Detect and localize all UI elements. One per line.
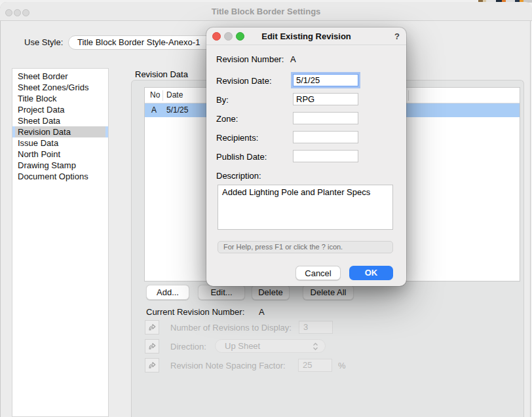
spacing-factor-field[interactable]: 25: [298, 359, 332, 372]
window-titlebar: Title Block Border Settings: [0, 2, 532, 21]
sidebar-item-sheet-border[interactable]: Sheet Border: [12, 71, 108, 82]
use-style-dropdown[interactable]: Title Block Border Style-Anexo-1: [68, 35, 218, 50]
column-divider: [408, 90, 409, 101]
edit-existing-revision-dialog: Edit Existing Revision ? Revision Number…: [206, 27, 406, 286]
sidebar-item-drawing-stamp[interactable]: Drawing Stamp: [12, 160, 108, 171]
publish-date-input[interactable]: [293, 150, 358, 162]
edit-button[interactable]: Edit...: [198, 285, 245, 300]
dialog-title: Edit Existing Revision: [206, 31, 406, 41]
column-header-no[interactable]: No: [150, 90, 160, 100]
sidebar-item-revision-data[interactable]: Revision Data: [12, 126, 108, 137]
link-toggle-button[interactable]: [145, 339, 159, 354]
description-label: Description:: [216, 171, 261, 181]
transfer-arrow-icon: [147, 323, 157, 332]
spacing-factor-suffix: %: [338, 361, 346, 371]
cell-revision-date: 5/1/25: [166, 105, 188, 115]
by-input[interactable]: [293, 93, 358, 105]
use-style-value: Title Block Border Style-Anexo-1: [77, 37, 200, 47]
recipients-label: Recipients:: [216, 133, 258, 143]
revisions-to-display-label: Number of Revisions to Display:: [170, 323, 292, 333]
help-status-bar: For Help, press F1 or click the ? icon.: [218, 241, 393, 253]
sidebar-item-sheet-data[interactable]: Sheet Data: [12, 115, 108, 126]
sidebar-item-title-block[interactable]: Title Block: [12, 93, 108, 104]
link-toggle-button[interactable]: [145, 320, 159, 335]
transfer-arrow-icon: [147, 361, 157, 370]
sidebar-item-document-options[interactable]: Document Options: [12, 171, 108, 182]
revision-number-value: A: [290, 54, 296, 64]
delete-all-button[interactable]: Delete All: [303, 285, 354, 300]
add-button[interactable]: Add...: [146, 285, 189, 300]
settings-section-list: Sheet Border Sheet Zones/Grids Title Blo…: [12, 68, 109, 417]
sidebar-item-sheet-zones-grids[interactable]: Sheet Zones/Grids: [12, 82, 108, 93]
revision-date-label: Revision Date:: [216, 76, 272, 86]
direction-label: Direction:: [170, 342, 206, 352]
revision-date-input[interactable]: [293, 74, 358, 86]
help-icon[interactable]: ?: [394, 31, 400, 41]
current-revision-label: Current Revision Number:: [146, 307, 244, 317]
chevron-up-down-icon: [313, 342, 318, 351]
dialog-titlebar: Edit Existing Revision ?: [206, 27, 406, 45]
transfer-arrow-icon: [147, 342, 157, 351]
direction-dropdown[interactable]: Up Sheet: [215, 339, 326, 353]
zone-input[interactable]: [293, 112, 358, 124]
screen: Title Block Border Settings Use Style: T…: [0, 0, 532, 417]
by-label: By:: [216, 95, 229, 105]
direction-value: Up Sheet: [225, 341, 260, 351]
current-revision-value: A: [259, 307, 265, 317]
cancel-button[interactable]: Cancel: [295, 266, 341, 280]
window-title: Title Block Border Settings: [0, 7, 532, 16]
column-header-date[interactable]: Date: [166, 90, 183, 100]
revisions-to-display-field[interactable]: 3: [299, 321, 333, 334]
link-toggle-button[interactable]: [145, 358, 159, 372]
sidebar-item-project-data[interactable]: Project Data: [12, 104, 108, 115]
delete-button[interactable]: Delete: [252, 285, 290, 300]
ok-button[interactable]: OK: [349, 266, 393, 280]
zone-label: Zone:: [216, 114, 238, 124]
spacing-factor-label: Revision Note Spacing Factor:: [170, 361, 286, 371]
cell-revision-no: A: [151, 105, 157, 115]
publish-date-label: Publish Date:: [216, 152, 267, 162]
description-textarea[interactable]: Added Lighting Pole and Planter Specs: [218, 185, 393, 230]
recipients-input[interactable]: [293, 131, 358, 143]
sidebar-item-north-point[interactable]: North Point: [12, 149, 108, 160]
panel-heading: Revision Data: [135, 69, 188, 79]
column-divider: [162, 90, 163, 101]
revision-number-label: Revision Number:: [216, 54, 284, 64]
use-style-label: Use Style:: [24, 37, 63, 47]
sidebar-item-issue-data[interactable]: Issue Data: [12, 137, 108, 149]
